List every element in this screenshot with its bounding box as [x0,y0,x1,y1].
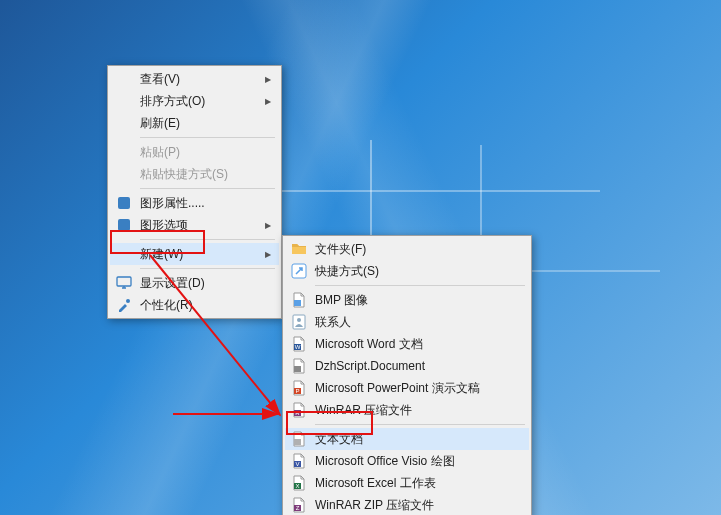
menu-item-label: 快捷方式(S) [315,263,379,280]
svg-rect-2 [117,277,131,286]
context-menu-item-5: 粘贴快捷方式(S) [110,163,279,185]
contact-icon [291,314,307,330]
bmp-icon [291,292,307,308]
svg-point-7 [297,318,301,322]
svg-text:V: V [295,461,299,467]
context-menu-item-2[interactable]: 刷新(E) [110,112,279,134]
context-menu-item-0[interactable]: 查看(V) [110,68,279,90]
txt-icon [291,431,307,447]
excel-icon: X [291,475,307,491]
new-submenu-item-11[interactable]: VMicrosoft Office Visio 绘图 [285,450,529,472]
svg-rect-15 [294,439,301,445]
new-submenu-item-3[interactable]: BMP 图像 [285,289,529,311]
context-menu-item-12[interactable]: 显示设置(D) [110,272,279,294]
new-submenu-item-6[interactable]: DzhScript.Document [285,355,529,377]
svg-rect-0 [118,197,130,209]
menu-item-label: Microsoft PowerPoint 演示文稿 [315,380,480,397]
svg-text:X: X [295,483,299,489]
intel-icon [116,195,132,211]
desktop-context-menu[interactable]: 查看(V)排序方式(O)刷新(E)粘贴(P)粘贴快捷方式(S)图形属性.....… [107,65,282,319]
menu-item-label: 粘贴(P) [140,144,180,161]
context-menu-item-8[interactable]: 图形选项 [110,214,279,236]
personalize-icon [116,297,132,313]
menu-item-label: Microsoft Excel 工作表 [315,475,436,492]
rar-icon: R [291,402,307,418]
svg-rect-1 [118,219,130,231]
new-submenu-item-4[interactable]: 联系人 [285,311,529,333]
zip-icon: Z [291,497,307,513]
new-submenu[interactable]: 文件夹(F)快捷方式(S)BMP 图像联系人WMicrosoft Word 文档… [282,235,532,515]
svg-text:R: R [295,410,300,416]
menu-item-label: 联系人 [315,314,351,331]
menu-item-label: 查看(V) [140,71,180,88]
context-menu-item-13[interactable]: 个性化(R) [110,294,279,316]
context-menu-separator [140,137,275,138]
doc-icon [291,358,307,374]
menu-item-label: 粘贴快捷方式(S) [140,166,228,183]
new-submenu-item-13[interactable]: ZWinRAR ZIP 压缩文件 [285,494,529,515]
visio-icon: V [291,453,307,469]
menu-item-label: 刷新(E) [140,115,180,132]
context-menu-item-10[interactable]: 新建(W) [110,243,279,265]
context-menu-separator [140,239,275,240]
menu-item-label: WinRAR 压缩文件 [315,402,412,419]
menu-item-label: 图形选项 [140,217,188,234]
new-submenu-separator [315,285,525,286]
context-menu-item-1[interactable]: 排序方式(O) [110,90,279,112]
menu-item-label: BMP 图像 [315,292,368,309]
menu-item-label: 显示设置(D) [140,275,205,292]
context-menu-item-4: 粘贴(P) [110,141,279,163]
word-icon: W [291,336,307,352]
menu-item-label: 图形属性..... [140,195,205,212]
menu-item-label: 个性化(R) [140,297,193,314]
context-menu-item-7[interactable]: 图形属性..... [110,192,279,214]
menu-item-label: 新建(W) [140,246,183,263]
new-submenu-item-8[interactable]: RWinRAR 压缩文件 [285,399,529,421]
shortcut-icon [291,263,307,279]
context-menu-separator [140,268,275,269]
svg-rect-10 [294,366,301,372]
new-submenu-item-10[interactable]: 文本文档 [285,428,529,450]
intel-icon [116,217,132,233]
folder-icon [291,241,307,257]
menu-item-label: WinRAR ZIP 压缩文件 [315,497,434,514]
menu-item-label: 文本文档 [315,431,363,448]
new-submenu-separator [315,424,525,425]
menu-item-label: Microsoft Office Visio 绘图 [315,453,455,470]
ppt-icon: P [291,380,307,396]
new-submenu-item-7[interactable]: PMicrosoft PowerPoint 演示文稿 [285,377,529,399]
monitor-icon [116,275,132,291]
new-submenu-item-12[interactable]: XMicrosoft Excel 工作表 [285,472,529,494]
svg-point-3 [126,299,130,303]
menu-item-label: Microsoft Word 文档 [315,336,423,353]
new-submenu-item-1[interactable]: 快捷方式(S) [285,260,529,282]
new-submenu-item-5[interactable]: WMicrosoft Word 文档 [285,333,529,355]
svg-rect-5 [294,300,301,306]
context-menu-separator [140,188,275,189]
menu-item-label: 文件夹(F) [315,241,366,258]
svg-text:W: W [295,344,301,350]
new-submenu-item-0[interactable]: 文件夹(F) [285,238,529,260]
menu-item-label: 排序方式(O) [140,93,205,110]
svg-text:P: P [295,388,299,394]
menu-item-label: DzhScript.Document [315,359,425,373]
svg-text:Z: Z [296,505,300,511]
